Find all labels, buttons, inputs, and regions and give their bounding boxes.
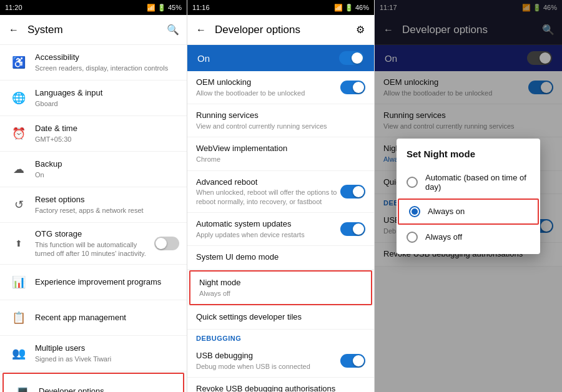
search-button-1[interactable]: 🔍 [164, 21, 182, 39]
menu-item-reset[interactable]: ↺ Reset options Factory reset, apps & ne… [0, 187, 187, 223]
setting-auto-updates-2[interactable]: Automatic system updates Apply updates w… [187, 213, 374, 246]
usb-debug-toggle-2[interactable] [340, 354, 365, 368]
developer-icon: 💻 [11, 380, 34, 392]
page-title-2: Developer options [215, 24, 347, 36]
status-bar-1: 11:20 📶 🔋 45% [0, 0, 187, 15]
status-bar-2: 11:16 📶 🔋 46% [187, 0, 374, 15]
radio-always-off [407, 232, 418, 243]
back-button-1[interactable]: ← [5, 21, 22, 39]
setting-usb-debugging-2[interactable]: USB debugging Debug mode when USB is con… [187, 345, 374, 378]
backup-icon: ☁ [7, 158, 30, 180]
night-mode-dialog: Set Night mode Automatic (based on time … [397, 139, 540, 254]
menu-item-recent-apps[interactable]: 📋 Recent app management [0, 300, 187, 336]
back-button-2[interactable]: ← [192, 21, 210, 39]
dialog-option-always-off-label: Always off [425, 232, 462, 242]
setting-quick-tiles-2[interactable]: Quick settings developer tiles [187, 306, 374, 330]
settings-list-2: OEM unlocking Allow the bootloader to be… [187, 71, 374, 392]
datetime-icon: ⏰ [7, 122, 30, 145]
auto-updates-toggle-2[interactable] [340, 222, 365, 236]
page-title-1: System [27, 24, 159, 36]
dialog-title: Set Night mode [397, 149, 540, 167]
time-1: 11:20 [5, 4, 22, 11]
dialog-option-automatic-label: Automatic (based on time of day) [425, 173, 530, 192]
section-debugging-2: DEBUGGING [187, 330, 374, 345]
menu-list-1: ♿ Accessibility Screen readers, display,… [0, 45, 187, 392]
toolbar-2: ← Developer options ⚙ [187, 15, 374, 45]
panel-developer-dialog: 11:17 📶 🔋 46% ← Developer options 🔍 On O… [375, 0, 562, 392]
time-2: 11:16 [192, 4, 210, 11]
setting-night-mode-2[interactable]: Night mode Always off [189, 270, 372, 305]
toolbar-1: ← System 🔍 [0, 15, 187, 45]
otg-icon: ⬆ [7, 232, 30, 255]
panel-developer: 11:16 📶 🔋 46% ← Developer options ⚙ On O… [187, 0, 375, 392]
advanced-reboot-toggle-2[interactable] [340, 185, 365, 198]
menu-item-developer[interactable]: 💻 Developer options [2, 373, 184, 392]
radio-always-on-fill [412, 208, 418, 215]
menu-item-otg[interactable]: ⬆ OTG storage This function will be auto… [0, 223, 187, 265]
accessibility-icon: ♿ [7, 51, 30, 74]
setting-oem-unlocking-2[interactable]: OEM unlocking Allow the bootloader to be… [187, 71, 374, 104]
setting-advanced-reboot-2[interactable]: Advanced reboot When unlocked, reboot wi… [187, 171, 374, 213]
setting-running-services-2[interactable]: Running services View and control curren… [187, 104, 374, 137]
menu-item-users[interactable]: 👥 Multiple users Signed in as Vivek Tiwa… [0, 336, 187, 371]
panel-system: 11:20 📶 🔋 45% ← System 🔍 ♿ Accessibility… [0, 0, 187, 392]
users-icon: 👥 [7, 342, 30, 365]
menu-item-languages[interactable]: 🌐 Languages & input Gboard [0, 81, 187, 116]
menu-item-datetime[interactable]: ⏰ Date & time GMT+05:30 [0, 116, 187, 152]
settings-button-2[interactable]: ⚙ [352, 21, 369, 39]
menu-item-backup[interactable]: ☁ Backup On [0, 152, 187, 187]
radio-always-on [409, 206, 420, 217]
radio-automatic [407, 177, 418, 188]
reset-icon: ↺ [7, 194, 30, 216]
developer-toggle-2[interactable] [339, 51, 364, 65]
setting-webview-2[interactable]: WebView implementation Chrome [187, 137, 374, 170]
languages-icon: 🌐 [7, 87, 30, 109]
menu-item-experience[interactable]: 📊 Experience improvement programs [0, 265, 187, 300]
recent-apps-icon: 📋 [7, 306, 30, 329]
dialog-option-always-on-label: Always on [428, 207, 465, 216]
experience-icon: 📊 [7, 271, 30, 293]
status-icons-1: 📶 🔋 45% [147, 4, 182, 12]
otg-toggle[interactable] [154, 237, 179, 250]
dialog-option-always-off[interactable]: Always off [397, 225, 540, 249]
menu-item-accessibility[interactable]: ♿ Accessibility Screen readers, display,… [0, 45, 187, 81]
setting-revoke-usb-2[interactable]: Revoke USB debugging authorisations [187, 378, 374, 392]
on-banner-2: On [187, 45, 374, 71]
on-label-2: On [197, 53, 210, 64]
setting-system-ui-demo-2[interactable]: System UI demo mode [187, 246, 374, 270]
dialog-option-automatic[interactable]: Automatic (based on time of day) [397, 167, 540, 198]
dialog-overlay[interactable]: Set Night mode Automatic (based on time … [375, 0, 562, 392]
dialog-option-always-on[interactable]: Always on [398, 198, 539, 225]
oem-toggle-2[interactable] [340, 81, 365, 94]
